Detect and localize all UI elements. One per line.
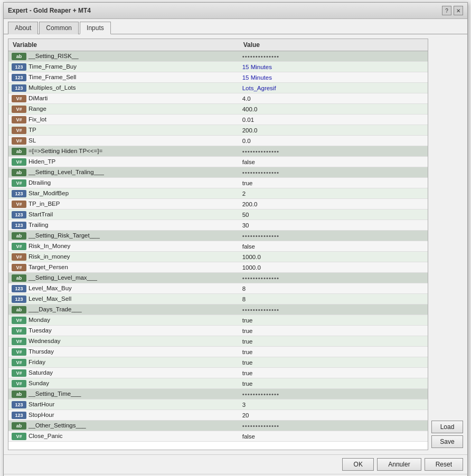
variable-cell: V#SL [8, 136, 239, 146]
value-cell[interactable]: true [239, 178, 428, 188]
value-cell[interactable]: true [239, 326, 428, 336]
variable-cell: 123StartHour [8, 399, 239, 410]
variable-cell: 123Level_Max_Sell [8, 294, 239, 304]
value-cell[interactable]: true [239, 347, 428, 357]
value-cell[interactable]: false [239, 431, 428, 442]
variable-cell: 123Multiples_of_Lots [8, 83, 239, 93]
window-title: Expert - Gold Reaper + MT4 [8, 7, 91, 14]
value-cell[interactable]: 200.0 [239, 125, 428, 136]
variable-cell: ab__Setting_Level_max___ [8, 273, 239, 283]
main-content: Variable Value ab__Setting_RISK__•••••••… [4, 34, 467, 454]
variable-cell: V#Risk_in_money [8, 252, 239, 262]
variable-cell: 123StopHour [8, 410, 239, 421]
value-cell[interactable]: 1000.0 [239, 252, 428, 262]
value-cell[interactable]: 8 [239, 283, 428, 294]
value-cell[interactable]: •••••••••••••• [239, 304, 428, 315]
col-variable: Variable [8, 39, 239, 51]
value-cell[interactable]: 0.0 [239, 136, 428, 146]
variable-cell: 123Trailing [8, 220, 239, 231]
variable-cell: V#Tuesday [8, 326, 239, 336]
value-cell[interactable]: •••••••••••••• [239, 421, 428, 431]
value-cell[interactable]: •••••••••••••• [239, 167, 428, 178]
tab-about[interactable]: About [8, 22, 38, 34]
variable-cell: 123StartTrail [8, 210, 239, 220]
variable-cell: V#TP_in_BEP [8, 199, 239, 210]
variable-cell: V#Close_Panic [8, 431, 239, 442]
variable-cell: ab__Setting_RISK__ [8, 51, 239, 62]
value-cell[interactable]: true [239, 378, 428, 389]
variable-cell: V#Dtrailing [8, 178, 239, 188]
variable-cell: ab__Other_Settings___ [8, 421, 239, 431]
value-cell[interactable]: 200.0 [239, 199, 428, 210]
value-cell[interactable]: 1000.0 [239, 262, 428, 273]
reset-button[interactable]: Reset [425, 458, 463, 471]
variable-cell: 123Star_ModifBep [8, 188, 239, 199]
col-value: Value [239, 39, 428, 51]
value-cell[interactable]: 20 [239, 410, 428, 421]
value-cell[interactable]: •••••••••••••• [239, 146, 428, 157]
value-cell[interactable]: 2 [239, 188, 428, 199]
variable-cell: V#Thursday [8, 347, 239, 357]
value-cell[interactable]: true [239, 315, 428, 326]
value-cell[interactable]: Lots_Agresif [239, 83, 428, 93]
bottom-bar: OK Annuler Reset [4, 454, 467, 474]
ok-button[interactable]: OK [342, 458, 374, 471]
value-cell[interactable]: 4.0 [239, 93, 428, 104]
value-cell[interactable]: true [239, 368, 428, 378]
status-bar: Actualities Implementations 8 Element(s)… [4, 474, 467, 476]
variable-cell: V#Wednesday [8, 336, 239, 347]
variable-cell: V#TP [8, 125, 239, 136]
value-cell[interactable]: false [239, 241, 428, 252]
value-cell[interactable]: 0.01 [239, 115, 428, 125]
value-cell[interactable]: 50 [239, 210, 428, 220]
variable-cell: V#Fix_lot [8, 115, 239, 125]
variable-cell: V#Sunday [8, 378, 239, 389]
value-cell[interactable]: 15 Minutes [239, 62, 428, 72]
value-cell[interactable]: 400.0 [239, 104, 428, 115]
value-cell[interactable]: false [239, 157, 428, 167]
tab-inputs[interactable]: Inputs [80, 22, 111, 34]
variable-cell: V#Friday [8, 357, 239, 368]
variable-cell: 123Time_Frame_Sell [8, 72, 239, 83]
value-cell[interactable]: •••••••••••••• [239, 51, 428, 62]
variable-cell: V#DiMarti [8, 93, 239, 104]
variable-cell: V#Saturday [8, 368, 239, 378]
variable-cell: ab=[=>Setting Hiden TP<<=]= [8, 146, 239, 157]
value-cell[interactable]: 30 [239, 220, 428, 231]
help-button[interactable]: ? [442, 6, 451, 15]
save-button[interactable]: Save [431, 435, 463, 448]
variable-cell: V#Target_Persen [8, 262, 239, 273]
value-cell[interactable]: 15 Minutes [239, 72, 428, 83]
cancel-button[interactable]: Annuler [377, 458, 421, 471]
variable-cell: ab___Days_Trade___ [8, 304, 239, 315]
value-cell[interactable]: true [239, 336, 428, 347]
variable-cell: 123Time_Frame_Buy [8, 62, 239, 72]
variable-cell: V#Range [8, 104, 239, 115]
window-controls: ? ✕ [442, 6, 463, 15]
variable-cell: ab__Setting_Level_Traling___ [8, 167, 239, 178]
variable-cell: 123Level_Max_Buy [8, 283, 239, 294]
tab-bar: About Common Inputs [4, 19, 467, 34]
variable-cell: ab__Setting_Risk_Target___ [8, 231, 239, 241]
value-cell[interactable]: •••••••••••••• [239, 273, 428, 283]
variable-cell: V#Hiden_TP [8, 157, 239, 167]
value-cell[interactable]: 8 [239, 294, 428, 304]
load-button[interactable]: Load [431, 421, 463, 433]
value-cell[interactable]: 3 [239, 399, 428, 410]
value-cell[interactable]: •••••••••••••• [239, 389, 428, 399]
variable-cell: V#Risk_In_Money [8, 241, 239, 252]
title-bar: Expert - Gold Reaper + MT4 ? ✕ [4, 3, 467, 19]
tab-common[interactable]: Common [39, 22, 79, 34]
value-cell[interactable]: true [239, 357, 428, 368]
close-button[interactable]: ✕ [454, 6, 463, 15]
variables-table: Variable Value ab__Setting_RISK__•••••••… [8, 39, 428, 442]
variables-table-container[interactable]: Variable Value ab__Setting_RISK__•••••••… [8, 39, 428, 450]
variable-cell: V#Monday [8, 315, 239, 326]
value-cell[interactable]: •••••••••••••• [239, 231, 428, 241]
variable-cell: ab__Setting_Time___ [8, 389, 239, 399]
